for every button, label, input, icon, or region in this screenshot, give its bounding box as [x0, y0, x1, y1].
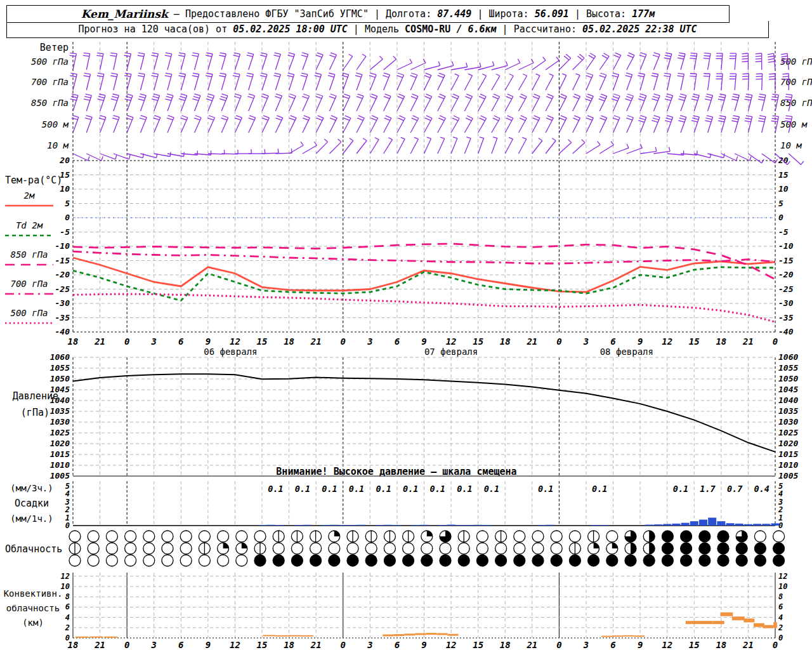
wind-feather	[509, 74, 513, 76]
wind-feather	[110, 53, 117, 53]
wind-feather	[357, 96, 362, 98]
wind-barb	[357, 96, 363, 111]
wind-feather	[582, 140, 585, 143]
hour-label: 0	[341, 336, 346, 347]
wind-feather	[287, 55, 294, 57]
wind-barb	[613, 148, 629, 154]
hour-label: 0	[556, 336, 561, 347]
hour-label: 6	[395, 336, 400, 347]
wind-barb	[599, 118, 606, 133]
wind-feather	[127, 116, 133, 117]
hour-label-bottom: 0	[556, 640, 561, 650]
wind-barb	[546, 96, 553, 111]
wind-barb	[505, 139, 513, 154]
wind-barb	[357, 141, 367, 154]
conv-cloud-segment	[426, 633, 436, 635]
hour-label: 12	[446, 336, 457, 347]
wind-barb	[586, 118, 593, 133]
precip-3h-amount: 0.1	[592, 484, 607, 494]
wind-feather	[410, 76, 416, 77]
wind-feather	[331, 116, 337, 118]
wind-feather	[317, 53, 323, 55]
wind-feather	[301, 76, 307, 77]
cloud-cover-symbol	[162, 543, 173, 554]
date-label: 08 февраля	[600, 347, 653, 357]
wind-barb	[627, 55, 634, 70]
wind-feather	[263, 116, 269, 118]
hour-label-bottom: 21	[526, 640, 537, 650]
wind-feather	[666, 118, 672, 120]
wind-feather	[454, 116, 459, 118]
wind-feather	[590, 53, 596, 56]
conv-axis-label-left: 4	[65, 613, 70, 622]
provider-text: Предоставлено ФГБУ "ЗапСиб УГМС"	[185, 8, 369, 20]
wind-feather	[233, 73, 240, 74]
wind-feather	[466, 137, 471, 138]
precip-3h-amount: 0.1	[349, 484, 364, 494]
wind-feather	[506, 118, 512, 121]
wind-feather	[318, 116, 324, 118]
wind-feather	[315, 76, 321, 77]
wind-feather	[275, 73, 281, 74]
wind-feather	[480, 118, 485, 121]
wind-feather	[627, 94, 633, 96]
precip-bar	[537, 525, 546, 526]
precip-label-1h: (мм/1ч.)	[10, 514, 53, 524]
pressure-axis-label-right: 1015	[778, 449, 798, 459]
cloud-cover-symbol	[347, 555, 358, 566]
wind-barb	[492, 96, 500, 111]
wind-feather	[678, 121, 684, 123]
hour-label: 9	[206, 336, 211, 347]
wind-feather	[275, 53, 281, 54]
wind-feather	[350, 138, 353, 141]
wind-feather	[288, 73, 294, 74]
wind-feather	[745, 99, 751, 100]
wind-feather	[772, 96, 778, 97]
wind-feather	[138, 99, 145, 101]
wind-barb	[559, 76, 566, 90]
wind-feather	[338, 139, 341, 142]
wind-feather	[261, 73, 267, 74]
wind-feather	[110, 55, 116, 56]
wind-barb	[573, 143, 585, 154]
wind-feather	[652, 121, 658, 123]
cloud-cover-symbol	[717, 531, 729, 542]
wind-feather	[614, 55, 620, 58]
separator: |	[471, 8, 488, 20]
precip-3h-amount: 0.7	[727, 484, 743, 494]
wind-feather	[691, 99, 698, 100]
model-label: Модель	[365, 23, 399, 35]
wind-barb	[316, 118, 324, 133]
cloud-cover-half	[649, 531, 655, 542]
pressure-axis-label-right: 1045	[778, 385, 798, 394]
wind-barb	[762, 154, 775, 163]
wind-barb	[546, 60, 559, 70]
hour-label: 0	[773, 336, 778, 347]
wind-feather	[209, 116, 214, 117]
wind-barb	[316, 96, 323, 111]
cloud-cover-symbol	[365, 555, 377, 566]
wind-feather	[179, 76, 185, 77]
legend-label: Td 2м	[16, 220, 43, 230]
wind-barb	[235, 117, 242, 133]
wind-feather	[221, 94, 228, 96]
wind-feather	[315, 73, 322, 74]
wind-feather	[768, 58, 775, 60]
hour-label: 15	[257, 336, 268, 347]
conv-cloud-segment	[404, 633, 415, 635]
cloud-cover-quarter	[594, 543, 599, 548]
conv-axis-label-right: 6	[778, 602, 783, 611]
alt-label: Высота:	[586, 8, 626, 20]
precip-bar	[591, 525, 599, 526]
wind-feather	[509, 137, 513, 139]
precip-bar	[375, 525, 383, 526]
wind-feather	[314, 142, 317, 145]
wind-feather	[769, 74, 775, 74]
conv-cloud-segment	[634, 635, 645, 637]
wind-barb	[410, 139, 418, 154]
wind-feather	[124, 76, 131, 77]
wind-barb	[370, 75, 376, 90]
wind-feather	[742, 53, 748, 54]
cloud-cover-symbol	[773, 543, 785, 554]
wind-feather	[344, 94, 350, 96]
